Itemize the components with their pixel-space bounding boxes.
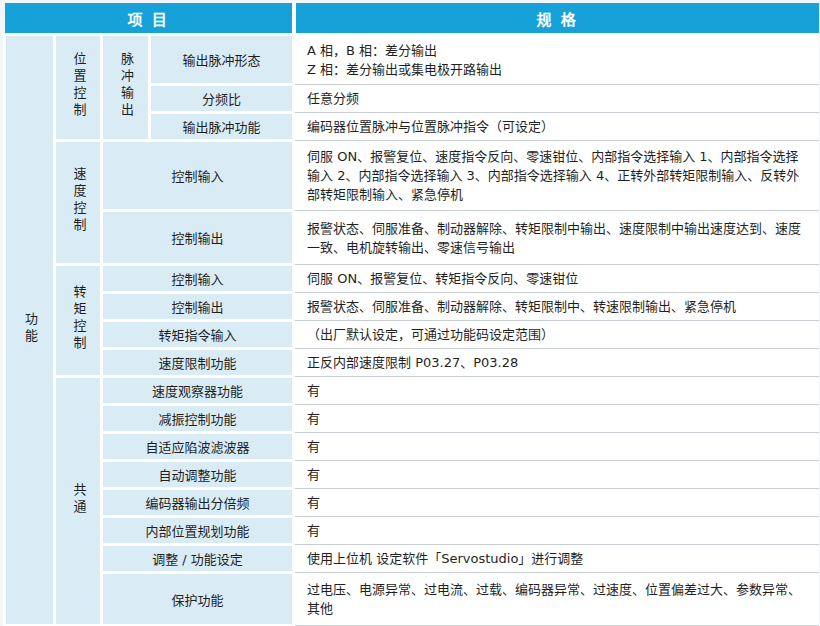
row-label-speed-control-output: 控制输出 xyxy=(102,211,294,265)
table-row: 共通 速度观察器功能 有 xyxy=(5,377,819,405)
spec-cell-internal-position-planning: 有 xyxy=(294,517,819,545)
spec-cell-speed-limit-function: 正反内部速度限制 P03.27、P03.28 xyxy=(294,349,819,377)
spec-cell-vibration-suppression-function: 有 xyxy=(294,405,819,433)
servo-function-spec-table: 项 目 规 格 功能 位置控制 脉冲输出 输出脉冲形态 A 相，B 相：差分输出… xyxy=(3,3,819,626)
spec-cell-encoder-output-division: 有 xyxy=(294,489,819,517)
row-label-protection-function: 保护功能 xyxy=(102,573,294,626)
row-label-output-pulse-function: 输出脉冲功能 xyxy=(150,113,294,141)
row-label-torque-control-input: 控制输入 xyxy=(102,265,294,293)
table-row: 内部位置规划功能 有 xyxy=(5,517,819,545)
row-label-speed-control-input: 控制输入 xyxy=(102,141,294,211)
row-label-speed-observer-function: 速度观察器功能 xyxy=(102,377,294,405)
table-header-row: 项 目 规 格 xyxy=(5,3,819,35)
group-label-pulse-output: 脉冲输出 xyxy=(118,52,133,120)
spec-cell-auto-tuning-function: 有 xyxy=(294,461,819,489)
table-row: 转矩控制 控制输入 伺服 ON、报警复位、转矩指令反向、零速钳位 xyxy=(5,265,819,293)
row-label-torque-control-output: 控制输出 xyxy=(102,293,294,321)
table-row: 调整 / 功能设定 使用上位机 设定软件「Servostudio」进行调整 xyxy=(5,545,819,573)
table-row: 控制输出 报警状态、伺服准备、制动器解除、转矩限制中、转速限制输出、紧急停机 xyxy=(5,293,819,321)
group-cell-function: 功能 xyxy=(5,35,55,626)
row-label-frequency-division-ratio: 分频比 xyxy=(150,85,294,113)
table-row: 控制输出 报警状态、伺服准备、制动器解除、转矩限制中输出、速度限制中输出速度达到… xyxy=(5,211,819,265)
group-label-position-control: 位置控制 xyxy=(71,52,86,120)
row-label-speed-limit-function: 速度限制功能 xyxy=(102,349,294,377)
row-label-adaptive-notch-filter: 自适应陷波滤波器 xyxy=(102,433,294,461)
group-label-torque-control: 转矩控制 xyxy=(71,285,86,353)
group-cell-pulse-output: 脉冲输出 xyxy=(102,35,150,141)
row-label-vibration-suppression-function: 减振控制功能 xyxy=(102,405,294,433)
table-row: 减振控制功能 有 xyxy=(5,405,819,433)
table-row: 转矩指令输入 （出厂默认设定，可通过功能码设定范围） xyxy=(5,321,819,349)
column-header-spec: 规 格 xyxy=(294,3,819,35)
row-label-encoder-output-division: 编码器输出分倍频 xyxy=(102,489,294,517)
group-label-function: 功能 xyxy=(22,312,37,346)
group-label-speed-control: 速度控制 xyxy=(71,167,86,235)
spec-cell-adjustment-function-setting: 使用上位机 设定软件「Servostudio」进行调整 xyxy=(294,545,819,573)
spec-cell-torque-control-input: 伺服 ON、报警复位、转矩指令反向、零速钳位 xyxy=(294,265,819,293)
table-row: 自动调整功能 有 xyxy=(5,461,819,489)
row-label-torque-command-input: 转矩指令输入 xyxy=(102,321,294,349)
spec-cell-torque-control-output: 报警状态、伺服准备、制动器解除、转矩限制中、转速限制输出、紧急停机 xyxy=(294,293,819,321)
spec-cell-frequency-division-ratio: 任意分频 xyxy=(294,85,819,113)
group-cell-common: 共通 xyxy=(55,377,102,626)
table-row: 速度控制 控制输入 伺服 ON、报警复位、速度指令反向、零速钳位、内部指令选择输… xyxy=(5,141,819,211)
spec-cell-output-pulse-function: 编码器位置脉冲与位置脉冲指令（可设定） xyxy=(294,113,819,141)
group-cell-position-control: 位置控制 xyxy=(55,35,102,141)
table-row: 自适应陷波滤波器 有 xyxy=(5,433,819,461)
spec-cell-speed-control-input: 伺服 ON、报警复位、速度指令反向、零速钳位、内部指令选择输入 1、内部指令选择… xyxy=(294,141,819,211)
spec-cell-adaptive-notch-filter: 有 xyxy=(294,433,819,461)
group-cell-torque-control: 转矩控制 xyxy=(55,265,102,377)
spec-cell-speed-observer-function: 有 xyxy=(294,377,819,405)
spec-cell-speed-control-output: 报警状态、伺服准备、制动器解除、转矩限制中输出、速度限制中输出速度达到、速度一致… xyxy=(294,211,819,265)
group-cell-speed-control: 速度控制 xyxy=(55,141,102,265)
column-header-item: 项 目 xyxy=(5,3,294,35)
row-label-internal-position-planning: 内部位置规划功能 xyxy=(102,517,294,545)
row-label-output-pulse-form: 输出脉冲形态 xyxy=(150,35,294,85)
row-label-adjustment-function-setting: 调整 / 功能设定 xyxy=(102,545,294,573)
group-label-common: 共通 xyxy=(71,483,86,517)
row-label-auto-tuning-function: 自动调整功能 xyxy=(102,461,294,489)
table-row: 编码器输出分倍频 有 xyxy=(5,489,819,517)
spec-cell-torque-command-input: （出厂默认设定，可通过功能码设定范围） xyxy=(294,321,819,349)
spec-cell-protection-function: 过电压、电源异常、过电流、过载、编码器异常、过速度、位置偏差过大、参数异常、其他 xyxy=(294,573,819,626)
table-row: 功能 位置控制 脉冲输出 输出脉冲形态 A 相，B 相：差分输出 Z 相：差分输… xyxy=(5,35,819,85)
table-row: 速度限制功能 正反内部速度限制 P03.27、P03.28 xyxy=(5,349,819,377)
spec-cell-output-pulse-form: A 相，B 相：差分输出 Z 相：差分输出或集电极开路输出 xyxy=(294,35,819,85)
table-row: 保护功能 过电压、电源异常、过电流、过载、编码器异常、过速度、位置偏差过大、参数… xyxy=(5,573,819,626)
